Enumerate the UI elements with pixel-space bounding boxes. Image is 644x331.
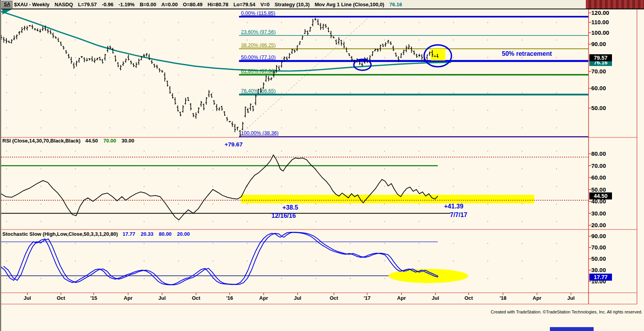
date-axis-label: Apr <box>392 295 411 302</box>
stoch-axis-label: 50.00 <box>591 256 606 262</box>
taskbar-fragment <box>550 327 594 331</box>
chart-annotation[interactable]: 7/7/17 <box>450 212 467 218</box>
stoch-indicator-header: Stochastic Slow (High,Low,Close,50,3,3,1… <box>2 231 190 237</box>
indicator-value: 20.33 <box>141 231 153 237</box>
stoch-indicator-label: Stochastic Slow (High,Low,Close,50,3,3,1… <box>2 231 118 237</box>
date-axis-label: Jul <box>18 295 37 302</box>
tradestation-chart-window: SA $XAU - WeeklyNASDQL=79.57-0.96-1.19%B… <box>0 0 644 331</box>
rsi-indicator-label: RSI (Close,14,30,70,Black,Black) <box>2 138 80 144</box>
chart-annotation[interactable]: +41.39 <box>444 203 463 210</box>
price-axis-label: 70.00 <box>591 68 606 75</box>
sa-button[interactable]: SA <box>2 1 12 8</box>
indicator-value: 30.00 <box>121 138 134 144</box>
fib-level-label[interactable]: 38.20% (86.25) <box>241 43 276 48</box>
stoch-axis-label: 90.00 <box>591 233 606 239</box>
chart-annotation[interactable]: 12/16/16 <box>271 212 296 219</box>
price-axis-label: 100.00 <box>591 30 609 36</box>
date-axis-label: Oct <box>186 295 206 302</box>
date-axis-label: Oct <box>324 295 344 302</box>
header-divider <box>0 9 644 9</box>
price-axis-label: 50.00 <box>591 105 606 111</box>
stoch-axis-label: 30.00 <box>591 267 606 273</box>
price-axis-label: 110.00 <box>591 19 609 25</box>
rsi-indicator-header: RSI (Close,14,30,70,Black,Black) 44.5070… <box>2 138 134 144</box>
indicator-value: 44.50 <box>85 138 98 144</box>
chart-annotation[interactable]: +38.5 <box>282 204 298 211</box>
rsi-axis-label: 50.00 <box>591 187 606 193</box>
date-axis-label: Jul <box>288 295 307 302</box>
price-axis-label: 90.00 <box>591 41 606 47</box>
fib-level-label[interactable]: 23.60% (97.56) <box>241 29 276 35</box>
date-axis-label: '16 <box>220 295 239 302</box>
indicator-value: 20.00 <box>177 231 190 237</box>
date-axis-label: Oct <box>51 295 71 302</box>
date-axis-label: Apr <box>527 295 547 302</box>
price-axis-label: 60.00 <box>591 85 606 91</box>
price-axis-label: 120.00 <box>591 10 609 16</box>
rsi-axis-label: 70.00 <box>591 163 606 169</box>
rsi-axis-label: 60.00 <box>591 174 606 181</box>
chart-annotation[interactable]: +79.67 <box>225 141 243 148</box>
chart-canvas[interactable] <box>0 0 644 331</box>
indicator-value: 70.00 <box>103 138 116 144</box>
fib-level-label[interactable]: 100.00% (38.36) <box>241 130 278 136</box>
date-axis-label: '18 <box>493 295 513 302</box>
stoch-indicator-values: 17.7720.3380.0020.00 <box>123 231 190 237</box>
date-axis-label: Apr <box>254 295 273 302</box>
window-controls-area[interactable] <box>586 0 644 9</box>
fib-level-label[interactable]: 61.80% (67.96) <box>241 68 276 74</box>
fib-level-label[interactable]: 76.40% (56.65) <box>241 88 276 94</box>
indicator-value: 80.00 <box>159 231 172 237</box>
axis-value-badge: 17.77 <box>589 274 612 281</box>
fib-level-label[interactable]: 0.00% (115.85) <box>241 11 275 16</box>
fib-level-label[interactable]: 50.00% (77.10) <box>241 55 276 60</box>
date-axis-label: Apr <box>118 295 138 302</box>
rsi-indicator-values: 44.5070.0030.00 <box>85 138 134 144</box>
window-left-border <box>0 0 1 331</box>
date-axis-label: '15 <box>84 295 103 302</box>
axis-value-badge: 44.50 <box>589 192 612 199</box>
date-axis-label: '17 <box>357 295 377 302</box>
rsi-axis-label: 80.00 <box>591 151 606 157</box>
rsi-axis-label: 30.00 <box>591 210 606 217</box>
indicator-value: 17.77 <box>123 231 136 237</box>
date-axis-label: Jul <box>426 295 445 302</box>
axis-value-badge: 79.57 <box>589 54 612 61</box>
rsi-axis-label: 20.00 <box>591 222 606 228</box>
tradestation-credit: Created with TradeStation. ©TradeStation… <box>491 310 642 314</box>
stoch-axis-label: 70.00 <box>591 244 606 251</box>
date-axis-label: Oct <box>459 295 478 302</box>
date-axis-label: Jul <box>152 295 172 302</box>
date-axis-label: Jul <box>561 295 581 302</box>
chart-annotation[interactable]: 50% retracement <box>502 50 552 57</box>
drawing-cursor-icon <box>2 9 12 14</box>
